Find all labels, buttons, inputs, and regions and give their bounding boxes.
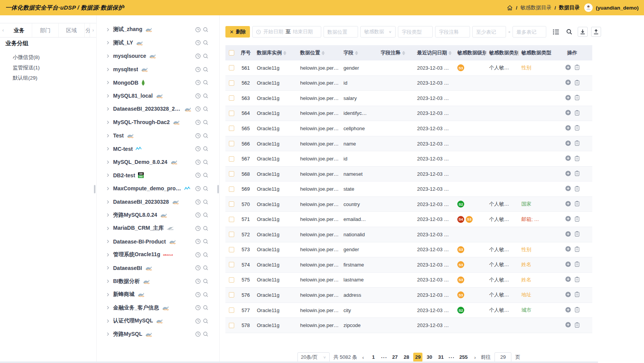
search-datasource-icon[interactable] xyxy=(203,265,209,271)
detail-clipboard-icon[interactable] xyxy=(575,246,580,253)
group-item[interactable]: 小微信贷(8) xyxy=(13,52,93,62)
min-mark-input[interactable] xyxy=(472,26,506,38)
search-datasource-icon[interactable] xyxy=(203,239,209,244)
goto-page-input[interactable]: 29 xyxy=(495,352,511,362)
scan-schedule-icon[interactable] xyxy=(195,278,201,284)
search-datasource-icon[interactable] xyxy=(203,212,209,218)
add-tag-icon[interactable] xyxy=(565,201,571,208)
expand-chevron-icon[interactable] xyxy=(106,80,112,85)
add-tag-icon[interactable] xyxy=(565,110,571,117)
home-icon[interactable] xyxy=(507,5,513,11)
expand-chevron-icon[interactable] xyxy=(106,67,112,72)
row-checkbox[interactable] xyxy=(229,156,234,162)
page-size-select[interactable]: 20条/页 ∨ xyxy=(297,352,330,362)
add-tag-icon[interactable] xyxy=(565,261,571,268)
row-checkbox[interactable] xyxy=(229,262,234,267)
detail-clipboard-icon[interactable] xyxy=(575,201,580,208)
expand-chevron-icon[interactable] xyxy=(106,107,112,111)
row-checkbox[interactable] xyxy=(229,307,234,313)
tree-item[interactable]: MySQL81_localMySQL xyxy=(97,89,219,103)
detail-clipboard-icon[interactable] xyxy=(575,307,580,314)
add-tag-icon[interactable] xyxy=(565,322,571,329)
detail-clipboard-icon[interactable] xyxy=(575,261,580,268)
page-button-28[interactable]: 28 xyxy=(402,353,411,362)
page-button-29[interactable]: 29 xyxy=(413,353,422,362)
tree-item[interactable]: 金融业务_客户信息MySQL xyxy=(97,301,219,314)
page-button-27[interactable]: 27 xyxy=(390,353,399,362)
tree-scrollbar-thumb[interactable] xyxy=(217,185,219,193)
detail-clipboard-icon[interactable] xyxy=(575,155,580,162)
search-datasource-icon[interactable] xyxy=(203,305,209,311)
download-icon[interactable] xyxy=(578,27,588,37)
column-header-3[interactable]: 数据位置 xyxy=(297,49,340,56)
sidebar-tab-2[interactable]: 部门 xyxy=(32,23,58,37)
scan-schedule-icon[interactable] xyxy=(195,53,201,59)
sidebar-tab-3[interactable]: 区域 xyxy=(59,23,85,37)
add-tag-icon[interactable] xyxy=(565,155,571,162)
search-icon[interactable] xyxy=(564,27,574,37)
tree-item[interactable]: Dataease-BI-ProductMySQL xyxy=(97,235,219,249)
add-tag-icon[interactable] xyxy=(565,125,571,132)
delete-button[interactable]: ✕ 删除 xyxy=(225,26,250,38)
scan-schedule-icon[interactable] xyxy=(195,226,201,231)
search-datasource-icon[interactable] xyxy=(203,292,209,298)
search-datasource-icon[interactable] xyxy=(203,53,209,59)
expand-chevron-icon[interactable] xyxy=(106,279,112,283)
add-tag-icon[interactable] xyxy=(565,216,571,223)
horizontal-scrollbar[interactable] xyxy=(0,361,598,363)
scan-schedule-icon[interactable] xyxy=(195,40,201,46)
max-mark-input[interactable] xyxy=(513,26,546,38)
sensitive-data-select[interactable]: 敏感数据 ∨ xyxy=(360,26,396,38)
search-datasource-icon[interactable] xyxy=(203,80,209,85)
expand-chevron-icon[interactable] xyxy=(106,147,112,151)
group-item[interactable]: 监管报送(1) xyxy=(13,62,93,73)
tree-item[interactable]: MC-test xyxy=(97,142,219,155)
detail-clipboard-icon[interactable] xyxy=(575,276,580,283)
scan-schedule-icon[interactable] xyxy=(195,119,201,125)
add-tag-icon[interactable] xyxy=(565,276,571,283)
tree-item[interactable]: DataeaseBI_20230328MySQL xyxy=(97,195,219,209)
expand-chevron-icon[interactable] xyxy=(106,293,112,297)
search-datasource-icon[interactable] xyxy=(203,186,209,191)
detail-clipboard-icon[interactable] xyxy=(575,140,580,147)
row-checkbox[interactable] xyxy=(229,217,234,222)
search-datasource-icon[interactable] xyxy=(203,40,209,46)
search-datasource-icon[interactable] xyxy=(203,27,209,33)
tree-item[interactable]: TestMySQL xyxy=(97,129,219,142)
expand-chevron-icon[interactable] xyxy=(106,239,112,244)
add-tag-icon[interactable] xyxy=(565,64,571,72)
column-settings-icon[interactable] xyxy=(551,27,561,37)
expand-chevron-icon[interactable] xyxy=(106,213,112,217)
scan-schedule-icon[interactable] xyxy=(195,106,201,112)
scan-schedule-icon[interactable] xyxy=(195,27,201,33)
sidebar-tab-1[interactable]: 业务 xyxy=(6,23,32,37)
expand-chevron-icon[interactable] xyxy=(106,120,112,124)
expand-chevron-icon[interactable] xyxy=(106,226,112,231)
page-button-1[interactable]: 1 xyxy=(369,353,378,362)
scan-schedule-icon[interactable] xyxy=(195,186,201,191)
expand-chevron-icon[interactable] xyxy=(106,332,112,336)
row-checkbox[interactable] xyxy=(229,111,234,116)
add-tag-icon[interactable] xyxy=(565,291,571,299)
add-tag-icon[interactable] xyxy=(565,307,571,314)
sidebar-tab-4[interactable]: 分级 xyxy=(85,23,90,37)
tree-item[interactable]: 测试_LYMySQL xyxy=(97,36,219,50)
scan-schedule-icon[interactable] xyxy=(195,292,201,298)
scan-schedule-icon[interactable] xyxy=(195,212,201,218)
row-checkbox[interactable] xyxy=(229,247,234,252)
search-datasource-icon[interactable] xyxy=(203,318,209,324)
tree-item[interactable]: mysqltestMySQL xyxy=(97,63,219,76)
tree-item[interactable]: 管理系统Oracle11gORACLE xyxy=(97,248,219,262)
row-checkbox[interactable] xyxy=(229,232,234,237)
detail-clipboard-icon[interactable] xyxy=(575,64,580,71)
left-scrollbar-thumb[interactable] xyxy=(94,185,95,193)
page-button-31[interactable]: 31 xyxy=(436,353,445,362)
tree-item[interactable]: DB2-testIBMDB2 xyxy=(97,169,219,182)
expand-chevron-icon[interactable] xyxy=(106,186,112,191)
prev-page-button[interactable]: ‹ xyxy=(361,355,365,360)
detail-clipboard-icon[interactable] xyxy=(575,322,580,329)
user-avatar[interactable] xyxy=(584,3,593,12)
add-tag-icon[interactable] xyxy=(565,95,571,102)
data-location-input[interactable] xyxy=(324,26,358,38)
tree-item[interactable]: MariaDB_CRM_主库MariaDB xyxy=(97,222,219,235)
